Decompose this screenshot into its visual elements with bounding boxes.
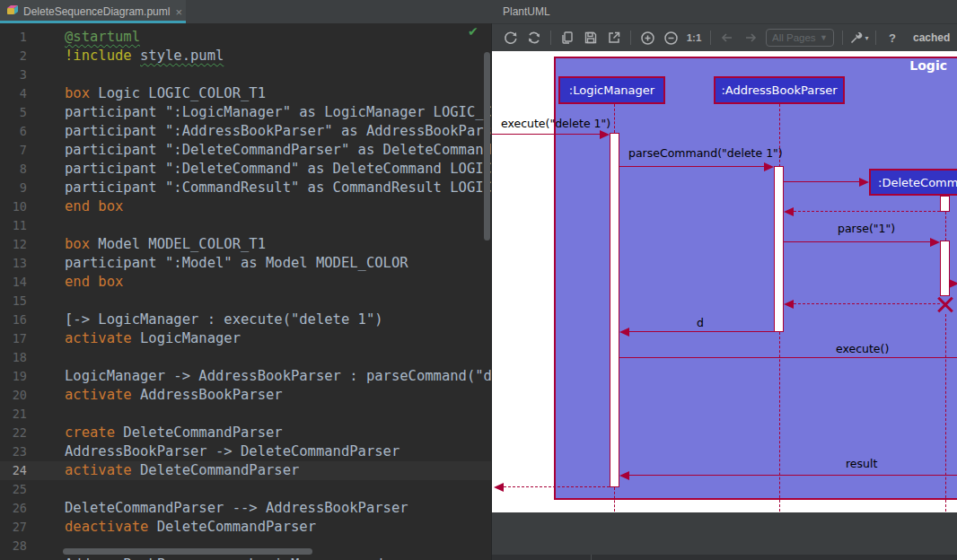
- message-label-parse: parse("1"): [838, 222, 895, 235]
- code-text: participant ":AddressBookParser" as Addr…: [65, 122, 491, 141]
- wrench-icon: [849, 31, 864, 45]
- message-label-execute2: execute(): [836, 342, 889, 355]
- participant-addressbookparser: :AddressBookParser: [714, 76, 845, 104]
- plantuml-file-icon: [5, 4, 19, 21]
- participant-deletecommandparser: :DeleteCommandParser: [869, 169, 957, 196]
- code-text: participant ":CommandResult" as CommandR…: [65, 179, 491, 197]
- code-line[interactable]: 20activate AddressBookParser: [0, 386, 491, 405]
- pages-selector[interactable]: All Pages ▼: [766, 29, 834, 47]
- code-line[interactable]: 18: [0, 348, 491, 367]
- message-line-execute2: [619, 357, 957, 358]
- code-line[interactable]: 10end box: [0, 197, 491, 216]
- code-line[interactable]: 5participant ":LogicManager" as LogicMan…: [0, 103, 491, 122]
- line-number: 15: [0, 292, 27, 311]
- message-line-d: [629, 331, 774, 332]
- line-number: 20: [0, 386, 27, 405]
- editor-horizontal-scrollbar[interactable]: [63, 548, 312, 555]
- refresh-button[interactable]: [499, 27, 522, 48]
- zoom-out-button[interactable]: [659, 27, 682, 48]
- copy-icon: [560, 31, 575, 45]
- export-icon: [607, 31, 621, 45]
- message-line-result: [629, 475, 957, 476]
- code-line[interactable]: 13participant ":Model" as Model MODEL_CO…: [0, 254, 491, 273]
- code-line[interactable]: 11: [0, 216, 491, 235]
- line-number: 29: [0, 556, 27, 560]
- toolbar-separator: [550, 31, 551, 45]
- line-number: 9: [0, 179, 27, 197]
- ide-window: DeleteSequenceDiagram.puml × 1@startuml2…: [0, 0, 957, 560]
- code-text: @startuml: [65, 28, 140, 47]
- arrowhead-clipped: [949, 279, 957, 288]
- participant-logicmanager: :LogicManager: [558, 76, 665, 104]
- code-text: participant ":DeleteCommand" as DeleteCo…: [65, 160, 491, 179]
- message-line-execute: [492, 134, 600, 135]
- code-line[interactable]: 25: [0, 480, 491, 499]
- arrowhead: [494, 483, 504, 492]
- line-number: 12: [0, 235, 27, 254]
- code-line[interactable]: 19LogicManager -> AddressBookParser : pa…: [0, 367, 491, 386]
- line-number: 1: [0, 28, 27, 47]
- line-number: 11: [0, 216, 27, 235]
- code-line[interactable]: 8participant ":DeleteCommand" as DeleteC…: [0, 160, 491, 179]
- return-line: [794, 211, 940, 212]
- prev-page-button[interactable]: [716, 27, 739, 48]
- code-line[interactable]: 7participant ":DeleteCommandParser" as D…: [0, 141, 491, 160]
- help-button[interactable]: ?: [881, 27, 904, 48]
- zoom-in-button[interactable]: [636, 27, 659, 48]
- code-text: end box: [65, 197, 123, 216]
- tab-delete-sequence-diagram[interactable]: DeleteSequenceDiagram.puml ×: [0, 0, 186, 23]
- code-line[interactable]: 23AddressBookParser -> DeleteCommandPars…: [0, 442, 491, 461]
- code-line[interactable]: 17activate LogicManager: [0, 329, 491, 348]
- lifeline-logicmanager: [614, 104, 615, 133]
- code-line[interactable]: 16[-> LogicManager : execute("delete 1"): [0, 311, 491, 329]
- code-editor[interactable]: 1@startuml2!include style.puml34box Logi…: [0, 23, 491, 560]
- editor-vertical-scrollbar[interactable]: [484, 52, 490, 241]
- panel-title: PlantUML: [492, 0, 957, 24]
- code-text: activate AddressBookParser: [65, 386, 283, 405]
- code-line[interactable]: 27deactivate DeleteCommandParser: [0, 518, 491, 537]
- code-line[interactable]: 29AddressBookParser --> LogicManager : d: [0, 556, 491, 560]
- code-line[interactable]: 26DeleteCommandParser --> AddressBookPar…: [0, 499, 491, 518]
- line-number: 19: [0, 367, 27, 386]
- line-number: 14: [0, 273, 27, 292]
- editor-tab-bar: DeleteSequenceDiagram.puml ×: [0, 0, 492, 23]
- code-line[interactable]: 4box Logic LOGIC_COLOR_T1: [0, 84, 491, 103]
- code-line[interactable]: 12box Model MODEL_COLOR_T1: [0, 235, 491, 254]
- copy-diagram-button[interactable]: [556, 27, 579, 48]
- code-line[interactable]: 9participant ":CommandResult" as Command…: [0, 179, 491, 197]
- line-number: 3: [0, 66, 27, 84]
- code-line[interactable]: 1@startuml: [0, 28, 491, 47]
- arrowhead: [619, 471, 629, 480]
- line-number: 5: [0, 103, 27, 122]
- tab-close-icon[interactable]: ×: [175, 6, 182, 18]
- code-text: participant ":DeleteCommandParser" as De…: [65, 141, 491, 160]
- inspections-ok-icon[interactable]: ✔: [468, 24, 478, 39]
- code-line[interactable]: 3: [0, 66, 491, 84]
- activation-deletecommandparser: [940, 241, 950, 296]
- line-number: 18: [0, 348, 27, 367]
- line-number: 28: [0, 537, 27, 556]
- refresh-icon: [504, 31, 518, 45]
- editor-pane: DeleteSequenceDiagram.puml × 1@startuml2…: [0, 0, 492, 560]
- reload-button[interactable]: [522, 27, 546, 48]
- save-diagram-button[interactable]: [579, 27, 602, 48]
- line-number: 24: [0, 461, 27, 480]
- code-text: activate LogicManager: [65, 329, 241, 348]
- code-line[interactable]: 14end box: [0, 273, 491, 292]
- code-line[interactable]: 24activate DeleteCommandParser: [0, 461, 491, 480]
- code-line[interactable]: 22create DeleteCommandParser: [0, 424, 491, 442]
- code-text: LogicManager -> AddressBookParser : pars…: [65, 367, 491, 386]
- code-line[interactable]: 6participant ":AddressBookParser" as Add…: [0, 122, 491, 141]
- code-line[interactable]: 21: [0, 405, 491, 424]
- settings-button[interactable]: ▾: [847, 27, 871, 48]
- code-line[interactable]: 15: [0, 292, 491, 311]
- export-diagram-button[interactable]: [602, 27, 626, 48]
- next-page-button[interactable]: [739, 27, 762, 48]
- cached-status: cached: [913, 31, 950, 44]
- activation-addressbookparser: [774, 166, 784, 332]
- return-line-final: [504, 486, 610, 487]
- zoom-reset-button[interactable]: 1:1: [682, 27, 706, 48]
- line-number: 13: [0, 254, 27, 273]
- frame-label: Logic: [909, 58, 947, 73]
- code-line[interactable]: 2!include style.puml: [0, 47, 491, 66]
